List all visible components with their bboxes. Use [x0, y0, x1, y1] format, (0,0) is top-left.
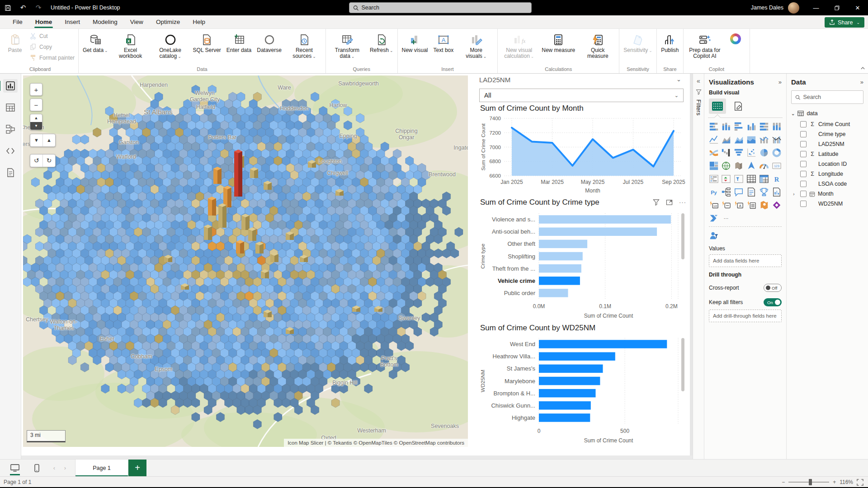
map-zoom-out-button[interactable]: − [30, 99, 42, 111]
mobile-layout-button[interactable] [29, 461, 44, 475]
visual-type-button-slicer[interactable] [721, 199, 732, 211]
slicer-collapse-icon[interactable]: ⌄ [676, 76, 681, 83]
ribbon-button-get-data[interactable]: Get data⌄ [80, 31, 110, 56]
menu-tab-modeling[interactable]: Modeling [86, 15, 124, 29]
ribbon-button-quick-measure[interactable]: Quick measure [578, 31, 617, 61]
data-search[interactable] [791, 90, 863, 104]
close-button[interactable]: ✕ [847, 0, 868, 15]
collapse-pane-icon[interactable]: » [860, 79, 863, 85]
visual-type-hundred-stacked-bar[interactable] [758, 121, 769, 132]
ribbon-button-copy[interactable]: Copy [27, 42, 76, 52]
expand-filters-icon[interactable]: « [697, 77, 700, 84]
field-checkbox[interactable] [800, 191, 807, 197]
ribbon-button-copilot-logo[interactable] [725, 31, 748, 48]
field-location-id[interactable]: Location ID [787, 159, 868, 169]
ribbon-button-format-painter[interactable]: Format painter [27, 53, 76, 62]
visual-type-multi-row-card[interactable] [708, 173, 719, 184]
visual-type-hundred-stacked-area[interactable] [746, 134, 757, 145]
field-lad25nm[interactable]: LAD25NM [787, 139, 868, 149]
visual-type-list-slicer[interactable] [746, 199, 757, 211]
field-checkbox[interactable] [800, 161, 807, 167]
field-checkbox[interactable] [800, 121, 807, 127]
menu-tab-view[interactable]: View [124, 15, 150, 29]
visual-type-kpi[interactable] [721, 173, 732, 184]
map-zoom-in-button[interactable]: + [30, 83, 42, 96]
visual-type-power-automate[interactable] [708, 212, 719, 224]
sidebar-dax-query-view[interactable] [3, 144, 18, 158]
visual-type-donut[interactable] [771, 147, 782, 158]
menu-tab-help[interactable]: Help [186, 15, 212, 29]
map-pitch-control[interactable]: ▼ ▲ [30, 134, 56, 147]
visual-type-line-stacked-column[interactable] [758, 134, 769, 145]
chevron-down-icon[interactable]: ⌄ [791, 111, 795, 116]
field-lsoa-code[interactable]: LSOA code [787, 179, 868, 189]
ribbon-button-excel-workbook[interactable]: XExcel workbook [111, 31, 150, 61]
ribbon-button-text-box[interactable]: AText box [431, 31, 456, 55]
field-latitude[interactable]: ΣLatitude [787, 149, 868, 159]
map-rotate-control[interactable]: ↺ ↻ [30, 154, 56, 167]
visual-type-table[interactable] [746, 173, 757, 184]
sidebar-table-view[interactable] [3, 101, 18, 114]
field-month[interactable]: ›Month [787, 189, 868, 199]
visual-type-new-card[interactable]: 123 [708, 199, 719, 211]
ribbon-button-new-visual[interactable]: New visual [400, 31, 430, 55]
visual-type-azure-map[interactable] [746, 160, 757, 171]
visual-type-map[interactable] [721, 160, 732, 171]
ribbon-button-dataverse[interactable]: Dataverse [255, 31, 284, 55]
undo-icon[interactable]: ↶ [15, 0, 31, 15]
selected-visual-icon[interactable] [709, 99, 726, 114]
add-data-fields-dropzone[interactable]: Add data fields here [709, 254, 782, 267]
field-checkbox[interactable] [800, 171, 807, 177]
field-checkbox[interactable] [800, 151, 807, 157]
menu-tab-home[interactable]: Home [29, 15, 59, 29]
visual-type-gauge[interactable] [758, 160, 769, 171]
ribbon-button-sensitivity[interactable]: Sensitivity⌄ [621, 31, 655, 56]
ribbon-button-enter-data[interactable]: Enter data [224, 31, 254, 55]
ribbon-button-onelake-catalog[interactable]: OneLake catalog⌄ [151, 31, 190, 61]
sidebar-report-view[interactable] [3, 79, 18, 93]
sidebar-model-view[interactable] [3, 122, 18, 136]
ribbon-button-publish[interactable]: Publish [659, 31, 681, 55]
ribbon-button-cut[interactable]: Cut [27, 32, 76, 41]
zoom-in-icon[interactable]: + [833, 479, 836, 485]
visual-type-text-slicer[interactable]: A [733, 199, 745, 211]
pitch-down-button[interactable]: ▼ [30, 134, 43, 146]
visual-type-pie[interactable] [758, 147, 769, 158]
zoom-slider[interactable] [788, 482, 829, 483]
filters-collapsed-pane[interactable]: « Filters [693, 74, 704, 459]
visual-type-arcgis-map[interactable] [758, 199, 769, 211]
visual-type-clustered-bar[interactable] [733, 121, 745, 132]
rotate-right-button[interactable]: ↻ [43, 155, 55, 167]
collapse-pane-icon[interactable]: » [778, 79, 782, 85]
visual-type-treemap[interactable] [708, 160, 719, 171]
visual-type-filled-map[interactable] [733, 160, 745, 171]
global-search[interactable] [349, 2, 532, 13]
wd25nm-bar-chart[interactable]: 0500West EndHeathrow Villa...St James'sM… [479, 335, 685, 444]
rotate-left-button[interactable]: ↺ [30, 155, 43, 167]
format-visual-icon[interactable] [731, 99, 746, 114]
visual-type-stacked-column[interactable] [721, 121, 732, 132]
visual-type-python[interactable]: Py [708, 186, 719, 197]
ribbon-button-more-visuals[interactable]: More visuals⌄ [457, 31, 495, 61]
share-button[interactable]: Share⌄ [825, 17, 864, 28]
avatar[interactable] [788, 2, 799, 14]
field-checkbox[interactable] [800, 181, 807, 187]
keep-all-filters-toggle[interactable]: On [764, 298, 782, 306]
minimize-button[interactable]: — [806, 0, 826, 15]
lad25nm-slicer-dropdown[interactable]: All ⌄ [479, 89, 684, 102]
ribbon-button-new-measure[interactable]: New measure [539, 31, 577, 55]
visual-type-stacked-area[interactable] [733, 134, 745, 145]
field-wd25nm[interactable]: WD25NM [787, 199, 868, 209]
field-checkbox[interactable] [800, 141, 807, 147]
field-checkbox[interactable] [800, 201, 807, 207]
crime-by-month-line-chart[interactable]: 66006800700072007400Jan 2025Mar 2025May … [479, 115, 685, 195]
new-page-button[interactable]: + [128, 460, 146, 477]
zoom-out-icon[interactable]: − [782, 479, 785, 485]
visual-type-icon-map-slicer[interactable] [708, 230, 719, 241]
visual-type-scatter[interactable] [746, 147, 757, 158]
visual-type-card[interactable]: 123 [771, 160, 782, 171]
menu-tab-optimize[interactable]: Optimize [150, 15, 186, 29]
page-tab[interactable]: Page 1 [75, 460, 128, 477]
field-crime-count[interactable]: ΣCrime Count [787, 119, 868, 129]
expand-icon[interactable]: › [793, 191, 797, 197]
